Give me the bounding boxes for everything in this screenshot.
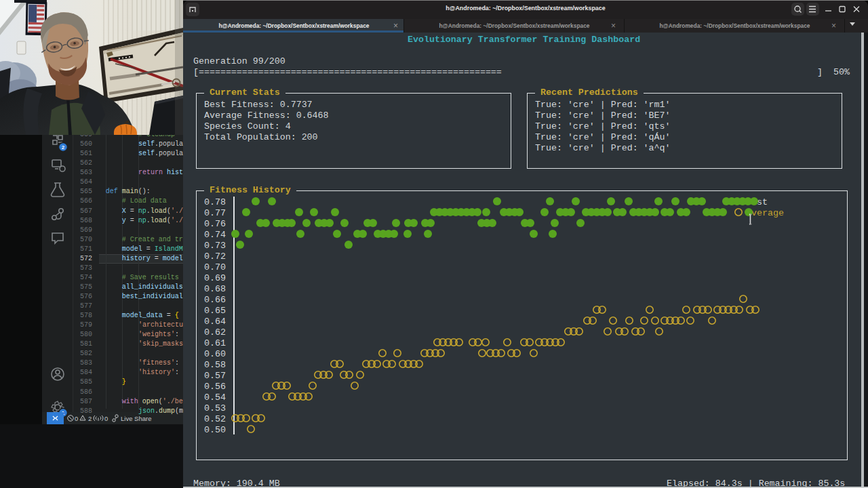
svg-text:2: 2: [62, 144, 65, 150]
svg-text:0: 0: [104, 415, 108, 422]
svg-text:2: 2: [88, 415, 92, 422]
svg-text:Live Share: Live Share: [121, 415, 151, 422]
svg-text:0: 0: [75, 415, 78, 422]
